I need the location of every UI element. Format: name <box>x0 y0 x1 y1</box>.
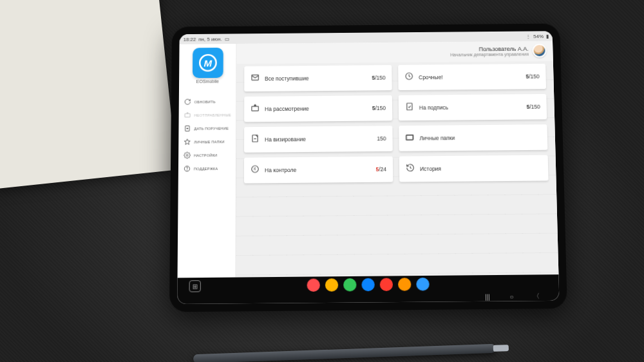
avatar[interactable] <box>532 44 546 58</box>
control-icon: К <box>251 164 260 176</box>
user-info: Пользователь А.А. Начальник департамента… <box>450 45 529 57</box>
calendar-icon: ▭ <box>225 36 230 42</box>
battery-level: 54% <box>533 33 544 39</box>
card-label: Личные папки <box>419 134 541 142</box>
menu-unsent[interactable]: НЕОТПРАВЛЕННЫЕ <box>179 108 236 122</box>
plus-doc-icon <box>184 125 191 132</box>
user-title: Начальник департамента управления <box>450 52 529 57</box>
card-counter: 5/150 <box>526 73 539 80</box>
dock-app-0[interactable] <box>307 278 320 291</box>
tablet-screen: 18:22 пн, 5 июн. ▭ ⋮ 54% ▮ M EOSmobile <box>177 31 559 304</box>
app-logo[interactable]: M <box>192 48 223 78</box>
menu-assign[interactable]: ДАТЬ ПОРУЧЕНИЕ <box>178 121 236 135</box>
card-label: На рассмотрение <box>265 105 367 112</box>
svg-rect-10 <box>407 103 412 110</box>
personal-icon <box>405 133 414 144</box>
sidebar: M EOSmobile ОБНОВИТЬ НЕОТПРАВЛЕННЫЕ <box>178 44 237 278</box>
nav-recent-button[interactable]: ||| <box>485 293 490 300</box>
urgent-icon <box>404 71 413 83</box>
card-label: История <box>420 165 542 173</box>
paper-prop <box>0 0 177 190</box>
svg-point-4 <box>186 155 188 157</box>
status-date: пн, 5 июн. <box>198 36 222 42</box>
card-counter: 150 <box>377 135 386 142</box>
app-body: M EOSmobile ОБНОВИТЬ НЕОТПРАВЛЕННЫЕ <box>178 41 559 278</box>
help-icon <box>184 165 191 172</box>
card-label: На контроле <box>265 166 371 173</box>
menu-label: ЛИЧНЫЕ ПАПКИ <box>194 140 224 144</box>
svg-text:К: К <box>254 167 256 171</box>
menu-personal-folders[interactable]: ЛИЧНЫЕ ПАПКИ <box>178 135 236 149</box>
gear-icon <box>184 152 191 159</box>
card-visa[interactable]: На визирование150 <box>244 126 393 153</box>
card-label: На подпись <box>419 104 522 111</box>
svg-point-6 <box>187 170 187 171</box>
android-dock: ⊞ <box>177 274 559 295</box>
refresh-icon <box>184 99 191 106</box>
card-label: Все поступившие <box>265 75 366 82</box>
card-urgent[interactable]: Срочные!5/150 <box>398 64 546 90</box>
card-label: На визирование <box>265 135 372 142</box>
android-bottom: ⊞ ||| ○ 〈 <box>177 274 559 304</box>
sidebar-menu: ОБНОВИТЬ НЕОТПРАВЛЕННЫЕ ДАТЬ ПОРУЧЕНИЕ Л… <box>178 95 236 175</box>
menu-support[interactable]: ПОДДЕРЖКА <box>178 162 236 176</box>
wifi-icon: ⋮ <box>526 33 531 39</box>
menu-label: НЕОТПРАВЛЕННЫЕ <box>194 113 232 117</box>
menu-label: ПОДДЕРЖКА <box>194 167 218 171</box>
menu-label: ОБНОВИТЬ <box>194 100 216 104</box>
dashboard-grid: Все поступившие5/150Срочные!5/150На расс… <box>236 61 558 278</box>
logo-icon: M <box>196 52 218 73</box>
card-review[interactable]: На рассмотрение5/150 <box>244 95 392 122</box>
menu-refresh[interactable]: ОБНОВИТЬ <box>179 95 236 108</box>
visa-icon <box>251 134 260 146</box>
nav-home-button[interactable]: ○ <box>509 293 513 300</box>
menu-settings[interactable]: НАСТРОЙКИ <box>178 148 236 162</box>
user-bar: Пользователь А.А. Начальник департамента… <box>236 41 553 64</box>
card-counter: 5/150 <box>372 75 385 81</box>
dock-app-2[interactable] <box>343 278 356 291</box>
tablet-frame: 18:22 пн, 5 июн. ▭ ⋮ 54% ▮ M EOSmobile <box>169 23 567 312</box>
card-all[interactable]: Все поступившие5/150 <box>244 65 392 91</box>
card-counter: 5/150 <box>526 104 540 110</box>
all-icon <box>251 73 260 84</box>
dock-app-4[interactable] <box>380 278 393 291</box>
card-counter: 5/24 <box>375 166 386 173</box>
card-counter: 5/150 <box>372 105 386 111</box>
app-name: EOSmobile <box>196 79 219 84</box>
review-icon <box>251 104 260 115</box>
card-label: Срочные! <box>419 73 521 81</box>
dock-app-3[interactable] <box>361 278 374 291</box>
card-personal[interactable]: Личные папки <box>399 124 547 151</box>
menu-label: ДАТЬ ПОРУЧЕНИЕ <box>194 126 229 130</box>
sign-icon <box>405 102 414 113</box>
apps-grid-button[interactable]: ⊞ <box>189 280 201 292</box>
outbox-icon <box>184 111 191 119</box>
status-time: 18:22 <box>184 36 196 42</box>
card-history[interactable]: История <box>399 155 549 182</box>
dock-app-6[interactable] <box>416 278 429 291</box>
history-icon <box>406 163 415 175</box>
star-icon <box>184 138 191 146</box>
battery-icon: ▮ <box>546 33 549 39</box>
menu-label: НАСТРОЙКИ <box>194 153 217 157</box>
content-area: Пользователь А.А. Начальник департамента… <box>236 41 558 278</box>
svg-text:M: M <box>204 58 212 69</box>
svg-rect-9 <box>252 106 258 111</box>
svg-rect-2 <box>185 113 190 117</box>
dock-app-5[interactable] <box>398 278 411 291</box>
card-control[interactable]: КНа контроле5/24 <box>244 157 393 184</box>
nav-back-button[interactable]: 〈 <box>533 292 540 301</box>
user-name: Пользователь А.А. <box>450 45 529 52</box>
card-sign[interactable]: На подпись5/150 <box>399 94 547 120</box>
dock-app-1[interactable] <box>325 278 338 291</box>
